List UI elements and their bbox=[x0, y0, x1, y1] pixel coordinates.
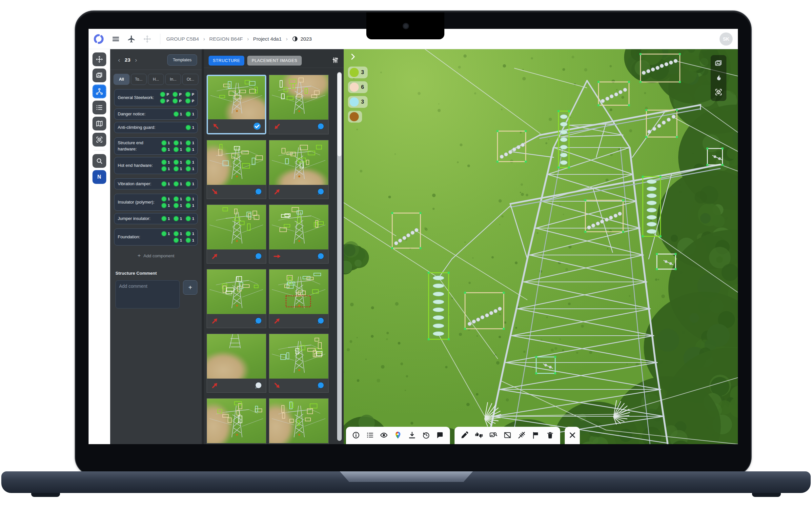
status-dot[interactable]: 1 bbox=[161, 216, 170, 221]
thumbnail[interactable] bbox=[269, 75, 328, 134]
legend-chip[interactable]: 3 bbox=[348, 66, 368, 78]
location-marker-icon[interactable] bbox=[316, 381, 325, 390]
image-search-button[interactable] bbox=[489, 431, 497, 441]
comment-button[interactable] bbox=[436, 431, 444, 441]
thumbnail[interactable] bbox=[207, 398, 266, 444]
cube-tool-button[interactable] bbox=[714, 88, 723, 97]
thumbnail-image[interactable] bbox=[207, 269, 266, 314]
thumbnail[interactable] bbox=[269, 205, 328, 264]
sidebar-item-move[interactable] bbox=[92, 53, 106, 66]
status-dot[interactable]: 1 bbox=[185, 166, 194, 172]
status-dot[interactable]: 1 bbox=[173, 166, 182, 172]
thumbnail[interactable] bbox=[269, 140, 328, 199]
status-dot[interactable]: 1 bbox=[185, 181, 194, 186]
breadcrumb-item[interactable]: Project 4da1 bbox=[253, 36, 282, 42]
component-card[interactable]: General Steelwork:PPPPPP bbox=[114, 89, 198, 106]
thumbnail[interactable] bbox=[207, 140, 266, 199]
sidebar-item-n-badge[interactable]: N bbox=[92, 170, 106, 184]
images-tool-button[interactable] bbox=[714, 59, 723, 68]
location-marker-icon[interactable] bbox=[316, 316, 325, 326]
status-dot[interactable]: 1 bbox=[185, 238, 194, 243]
location-marker-icon[interactable] bbox=[254, 187, 263, 197]
location-marker-icon[interactable] bbox=[254, 316, 263, 326]
breadcrumb-item[interactable]: GROUP C5B4 bbox=[166, 36, 199, 42]
component-card[interactable]: Danger notice:11 bbox=[114, 109, 198, 120]
tab-structure[interactable]: STRUCTURE bbox=[209, 56, 244, 65]
templates-button[interactable]: Templates bbox=[167, 54, 197, 65]
sidebar-item-search[interactable] bbox=[92, 154, 106, 168]
filter-chip-ot[interactable]: Ot... bbox=[182, 74, 198, 85]
status-dot[interactable]: 1 bbox=[173, 140, 182, 146]
status-dot[interactable]: 1 bbox=[161, 166, 170, 172]
history-button[interactable] bbox=[422, 431, 430, 441]
list-button[interactable] bbox=[366, 431, 374, 441]
thumbnail-image[interactable] bbox=[269, 205, 328, 249]
location-marker-icon[interactable] bbox=[316, 252, 325, 261]
close-button[interactable] bbox=[568, 431, 577, 441]
sidebar-item-cube[interactable] bbox=[92, 133, 106, 147]
status-dot[interactable]: 1 bbox=[173, 197, 182, 202]
status-dot[interactable]: 1 bbox=[161, 231, 170, 236]
thumbnail-image[interactable] bbox=[269, 75, 328, 120]
sidebar-item-map[interactable] bbox=[92, 117, 106, 130]
thumbnail-image[interactable] bbox=[269, 140, 328, 185]
selected-check-icon[interactable] bbox=[253, 122, 262, 131]
thumbnail[interactable] bbox=[269, 269, 328, 328]
filter-chip-to[interactable]: To... bbox=[131, 74, 147, 85]
menu-icon[interactable] bbox=[112, 35, 120, 43]
component-card[interactable]: Structure end hardware:111111 bbox=[114, 137, 198, 154]
status-dot[interactable]: 1 bbox=[185, 125, 194, 130]
status-dot[interactable]: 1 bbox=[173, 181, 182, 186]
component-card[interactable]: Anti-climbing guard:1 bbox=[114, 122, 198, 133]
filter-chip-in[interactable]: In... bbox=[165, 74, 181, 85]
status-dot[interactable]: P bbox=[185, 98, 194, 103]
thumbnail[interactable] bbox=[269, 398, 328, 444]
trash-button[interactable] bbox=[546, 431, 554, 441]
status-dot[interactable]: 1 bbox=[173, 112, 182, 117]
comment-input[interactable] bbox=[115, 280, 180, 308]
thumbnail-image[interactable] bbox=[207, 334, 266, 379]
status-dot[interactable]: 1 bbox=[173, 203, 182, 208]
thumbnail-image[interactable] bbox=[269, 334, 328, 379]
status-dot[interactable]: P bbox=[173, 98, 181, 103]
component-card[interactable]: Hot end hardware:111111 bbox=[114, 157, 198, 174]
status-dot[interactable]: 1 bbox=[161, 181, 170, 186]
thumbnail-image[interactable] bbox=[207, 205, 266, 249]
gallery-filter-button[interactable] bbox=[331, 56, 339, 65]
move-icon[interactable] bbox=[143, 35, 151, 43]
add-component-button[interactable]: + Add component bbox=[110, 248, 202, 259]
thumbnail[interactable] bbox=[207, 334, 266, 393]
thumbnail-image[interactable] bbox=[269, 269, 328, 314]
info-button[interactable] bbox=[352, 431, 360, 441]
thumbnail-image[interactable] bbox=[208, 76, 265, 119]
flag-button[interactable] bbox=[531, 431, 540, 441]
location-marker-icon[interactable] bbox=[316, 187, 325, 197]
status-dot[interactable]: 1 bbox=[185, 140, 194, 146]
status-dot[interactable]: 1 bbox=[173, 216, 182, 221]
location-marker-icon[interactable] bbox=[316, 122, 325, 131]
status-dot[interactable]: P bbox=[185, 92, 194, 97]
download-button[interactable] bbox=[408, 431, 416, 441]
status-dot[interactable]: 1 bbox=[173, 238, 182, 243]
status-dot[interactable]: 1 bbox=[161, 160, 170, 165]
thumbnail[interactable] bbox=[207, 75, 266, 134]
app-logo-icon[interactable] bbox=[93, 33, 104, 44]
status-dot[interactable]: 1 bbox=[185, 147, 194, 152]
status-dot[interactable]: 1 bbox=[173, 160, 182, 165]
avatar[interactable]: SK bbox=[720, 32, 733, 46]
status-dot[interactable]: 1 bbox=[173, 231, 182, 236]
prev-structure-button[interactable]: ‹ bbox=[115, 56, 123, 64]
location-marker-icon[interactable] bbox=[254, 252, 263, 261]
status-dot[interactable]: 1 bbox=[185, 112, 194, 117]
status-dot[interactable]: 1 bbox=[185, 160, 194, 165]
add-comment-button[interactable]: + bbox=[183, 280, 197, 295]
thumbnail[interactable] bbox=[269, 334, 328, 393]
component-card[interactable]: Insulator (polymer):111111 bbox=[114, 194, 198, 211]
location-marker-icon[interactable] bbox=[254, 381, 263, 390]
eye-button[interactable] bbox=[380, 431, 388, 441]
sidebar-item-list[interactable] bbox=[92, 101, 106, 114]
image-off-button[interactable] bbox=[503, 431, 512, 441]
tab-placement-images[interactable]: PLACEMENT IMAGES bbox=[247, 56, 301, 65]
status-dot[interactable]: 1 bbox=[185, 231, 194, 236]
thumbnail-image[interactable] bbox=[207, 140, 266, 185]
